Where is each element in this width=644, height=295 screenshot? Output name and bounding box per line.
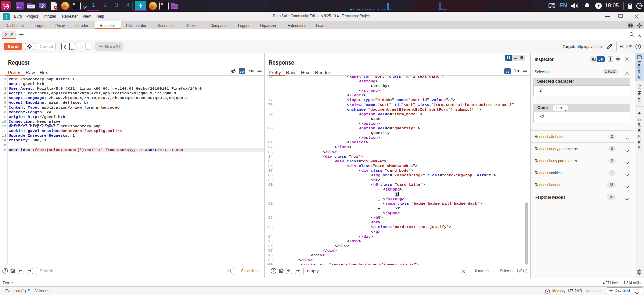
svg-text:?: ? bbox=[4, 269, 6, 273]
svg-text:?: ? bbox=[272, 269, 274, 273]
svg-text:?: ? bbox=[637, 45, 639, 48]
